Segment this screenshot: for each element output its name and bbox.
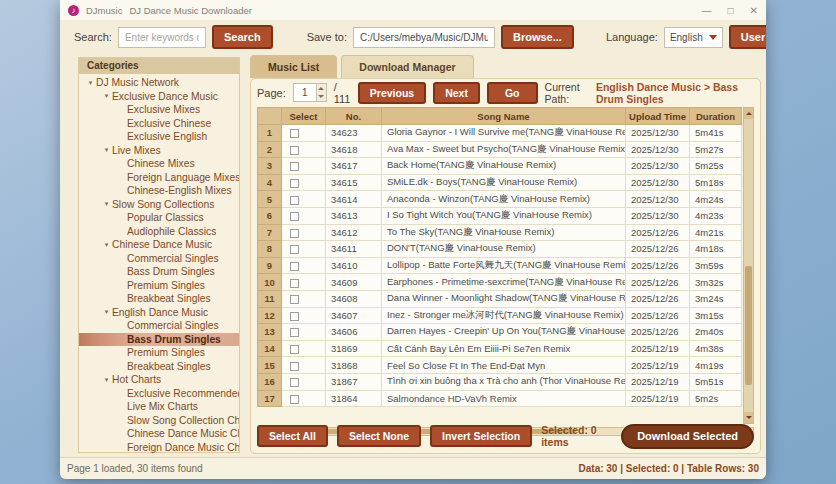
sidebar-item-breakbeat-singles[interactable]: Breakbeat Singles	[79, 292, 239, 306]
minimize-button[interactable]: —	[702, 5, 712, 16]
upload-time: 2025/12/26	[626, 307, 690, 324]
row-checkbox[interactable]	[290, 345, 299, 354]
row-checkbox[interactable]	[290, 162, 299, 171]
select-all-button[interactable]: Select All	[257, 425, 328, 447]
sidebar-item-chinese-dance-music-charts[interactable]: Chinese Dance Music Charts	[79, 427, 239, 441]
table-row[interactable]: 134623Gloria Gaynor - I Will Survive me(…	[258, 125, 742, 142]
row-checkbox[interactable]	[290, 129, 299, 138]
table-row[interactable]: 534614Anaconda - Winzon(TANG慶 VinaHouse …	[258, 191, 742, 208]
row-checkbox[interactable]	[290, 312, 299, 321]
row-checkbox[interactable]	[290, 362, 299, 371]
row-checkbox[interactable]	[290, 196, 299, 205]
expand-arrow-icon[interactable]: ▾	[101, 200, 112, 208]
select-none-button[interactable]: Select None	[337, 425, 421, 447]
table-row[interactable]: 434615SMiLE.dk - Boys(TANG慶 VinaHouse Re…	[258, 174, 742, 191]
table-row[interactable]: 234618Ava Max - Sweet but Psycho(TANG慶 V…	[258, 141, 742, 158]
song-number: 34608	[326, 290, 382, 307]
sidebar-item-live-mixes[interactable]: ▾Live Mixes	[79, 144, 239, 158]
maximize-button[interactable]: □	[728, 5, 734, 16]
expand-arrow-icon[interactable]: ▾	[101, 308, 112, 316]
row-checkbox[interactable]	[290, 395, 299, 404]
sidebar-item-popular-classics[interactable]: Popular Classics	[79, 211, 239, 225]
table-row[interactable]: 1234607Inez - Stronger me冰河时代(TANG慶 Vina…	[258, 307, 742, 324]
vertical-scrollbar[interactable]	[743, 107, 754, 424]
row-checkbox[interactable]	[290, 229, 299, 238]
sidebar-item-slow-song-collection-charts[interactable]: Slow Song Collection Charts	[79, 414, 239, 428]
expand-arrow-icon[interactable]: ▾	[101, 146, 112, 154]
vertical-scroll-thumb[interactable]	[745, 266, 752, 386]
app-window: ♪ DJmusic DJ Dance Music Downloader — □ …	[60, 0, 766, 479]
row-checkbox[interactable]	[290, 279, 299, 288]
row-checkbox[interactable]	[290, 328, 299, 337]
search-input[interactable]	[118, 27, 206, 48]
invert-selection-button[interactable]: Invert Selection	[430, 425, 532, 447]
table-row[interactable]: 1731864Salmondance HD-VaVh Remix2025/12/…	[258, 390, 742, 407]
sidebar-item-premium-singles[interactable]: Premium Singles	[79, 346, 239, 360]
sidebar-item-foreign-dance-music-charts[interactable]: Foreign Dance Music Charts	[79, 441, 239, 455]
row-checkbox[interactable]	[290, 378, 299, 387]
row-checkbox[interactable]	[290, 262, 299, 271]
sidebar-item-slow-song-collections[interactable]: ▾Slow Song Collections	[79, 198, 239, 212]
download-selected-button[interactable]: Download Selected	[621, 424, 754, 449]
table-row[interactable]: 334617Back Home(TANG慶 VinaHouse Remix)20…	[258, 158, 742, 175]
sidebar-item-dj-music-network[interactable]: ▾DJ Music Network	[79, 76, 239, 90]
expand-arrow-icon[interactable]: ▾	[101, 92, 112, 100]
sidebar-item-exclusive-english[interactable]: Exclusive English	[79, 130, 239, 144]
close-button[interactable]: ✕	[750, 5, 758, 16]
table-row[interactable]: 934610Lollipop - Batte Forte风舞九天(TANG慶 V…	[258, 257, 742, 274]
table-row[interactable]: 734612To The Sky(TANG慶 VinaHouse Remix)2…	[258, 224, 742, 241]
sidebar-item-commercial-singles[interactable]: Commercial Singles	[79, 319, 239, 333]
sidebar-item-exclusive-recommended[interactable]: Exclusive Recommended ...	[79, 387, 239, 401]
table-row[interactable]: 1134608Dana Winner - Moonlight Shadow(TA…	[258, 290, 742, 307]
sidebar-item-exclusive-mixes[interactable]: Exclusive Mixes	[79, 103, 239, 117]
sidebar-item-bass-drum-singles[interactable]: Bass Drum Singles	[79, 265, 239, 279]
sidebar-item-exclusive-chinese[interactable]: Exclusive Chinese	[79, 117, 239, 131]
sidebar-item-bass-drum-singles[interactable]: Bass Drum Singles	[79, 333, 239, 347]
language-select[interactable]: English	[664, 27, 723, 48]
row-checkbox[interactable]	[290, 245, 299, 254]
table-row[interactable]: 1431869Cất Cánh Bay Lên Em Eiiii-Pi Se7e…	[258, 340, 742, 357]
tab-music-list[interactable]: Music List	[250, 55, 337, 78]
sidebar-item-chinese-mixes[interactable]: Chinese Mixes	[79, 157, 239, 171]
expand-arrow-icon[interactable]: ▾	[85, 79, 96, 87]
row-checkbox[interactable]	[290, 179, 299, 188]
sidebar-item-commercial-singles[interactable]: Commercial Singles	[79, 252, 239, 266]
save-path-input[interactable]	[353, 27, 495, 48]
sidebar-item-audiophile-classics[interactable]: Audiophile Classics	[79, 225, 239, 239]
next-page-button[interactable]: Next	[433, 82, 480, 104]
spinner-up-icon[interactable]	[317, 84, 326, 93]
table-row[interactable]: 1531868Feel So Close Ft In The End-Đạt M…	[258, 357, 742, 374]
table-row[interactable]: 1631867Tình ơi xin buông tha x Trà cho a…	[258, 373, 742, 390]
sidebar-item-chinese-dance-music[interactable]: ▾Chinese Dance Music	[79, 238, 239, 252]
scroll-up-icon[interactable]	[744, 108, 753, 119]
sidebar-item-english-dance-music[interactable]: ▾English Dance Music	[79, 306, 239, 320]
user-guide-button[interactable]: User Guide	[729, 25, 766, 49]
sidebar-item-hot-charts[interactable]: ▾Hot Charts	[79, 373, 239, 387]
table-row[interactable]: 1334606Darren Hayes - Creepin' Up On You…	[258, 324, 742, 341]
table-row[interactable]: 1034609Earphones - Primetime-sexcrime(TA…	[258, 274, 742, 291]
search-button[interactable]: Search	[212, 25, 273, 49]
go-page-button[interactable]: Go	[487, 82, 538, 104]
sidebar-item-exclusive-dance-music[interactable]: ▾Exclusive Dance Music	[79, 90, 239, 104]
page-number-input[interactable]	[293, 83, 317, 102]
scroll-down-icon[interactable]	[744, 412, 753, 423]
browse-button[interactable]: Browse...	[501, 25, 574, 49]
tab-download-manager[interactable]: Download Manager	[341, 55, 473, 78]
row-checkbox[interactable]	[290, 295, 299, 304]
row-checkbox-cell	[282, 274, 326, 291]
expand-arrow-icon[interactable]: ▾	[101, 376, 112, 384]
table-row[interactable]: 634613I So Tight Witch You(TANG慶 VinaHou…	[258, 207, 742, 224]
row-checkbox[interactable]	[290, 146, 299, 155]
sidebar-item-premium-singles[interactable]: Premium Singles	[79, 279, 239, 293]
status-right: Data: 30 | Selected: 0 | Table Rows: 30	[579, 463, 759, 474]
sidebar-item-breakbeat-singles[interactable]: Breakbeat Singles	[79, 360, 239, 374]
sidebar-item-foreign-language-mixes[interactable]: Foreign Language Mixes	[79, 171, 239, 185]
sidebar-item-label: Chinese Mixes	[127, 158, 195, 169]
table-row[interactable]: 834611DON'T(TANG慶 VinaHouse Remix)2025/1…	[258, 241, 742, 258]
sidebar-item-chinese-english-mixes[interactable]: Chinese-English Mixes	[79, 184, 239, 198]
row-checkbox[interactable]	[290, 212, 299, 221]
previous-page-button[interactable]: Previous	[358, 82, 426, 104]
expand-arrow-icon[interactable]: ▾	[101, 241, 112, 249]
spinner-down-icon[interactable]	[317, 93, 326, 102]
sidebar-item-live-mix-charts[interactable]: Live Mix Charts	[79, 400, 239, 414]
